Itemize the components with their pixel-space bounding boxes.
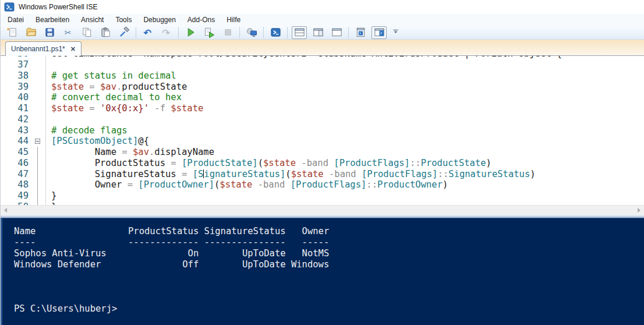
script-tab[interactable]: Unbenannt1.ps1* ✕ (5, 41, 82, 56)
toolbar-overflow-button[interactable] (392, 27, 399, 37)
scroll-right-arrow-icon[interactable] (634, 206, 644, 215)
show-script-pane-top-button[interactable] (292, 26, 307, 39)
open-script-icon (26, 27, 37, 38)
toolbar-separator (287, 27, 288, 38)
code-line[interactable]: 42 (1, 114, 644, 125)
start-powershell-button[interactable] (268, 26, 283, 39)
show-script-pane-top-icon (294, 27, 305, 38)
code-line[interactable]: 43# decode flags (1, 125, 644, 136)
code-text (46, 114, 51, 125)
svg-text:✂: ✂ (64, 28, 71, 37)
open-script-button[interactable] (23, 26, 38, 39)
fold-gutter (33, 114, 46, 125)
overflow-chevron-icon (392, 27, 399, 35)
toolbar: *✂↶↷ (1, 26, 644, 40)
line-number: 45 (1, 147, 33, 158)
menu-item-hilfe[interactable]: Hilfe (221, 14, 246, 26)
code-text: ProductStatus = [ProductState]($state -b… (46, 158, 491, 169)
redo-icon: ↷ (161, 27, 172, 38)
start-powershell-icon (270, 27, 281, 38)
code-line[interactable]: 36Get-CimInstance -Namespace root/Securi… (1, 56, 644, 59)
console-prompt[interactable]: PS C:\Users\huberj> (14, 303, 644, 315)
svg-text:↷: ↷ (162, 27, 170, 38)
undo-button[interactable]: ↶ (140, 26, 155, 39)
menu-item-addons[interactable]: Add-Ons (182, 14, 221, 26)
code-line[interactable]: 40# convert decimal to hex (1, 92, 644, 103)
new-script-icon: * (7, 27, 18, 38)
copy-button[interactable] (79, 26, 94, 39)
console-line: Windows Defender Off UpToDate Windows (14, 259, 644, 270)
scroll-left-arrow-icon[interactable] (1, 206, 10, 215)
script-tab-label: Unbenannt1.ps1* (11, 45, 65, 53)
menu-item-tools[interactable]: Tools (109, 14, 137, 26)
show-script-pane-maximized-icon (331, 27, 342, 38)
paste-button[interactable] (98, 26, 113, 39)
clear-console-button[interactable] (116, 26, 132, 39)
line-number: 44 (1, 136, 33, 147)
code-line[interactable]: 44[PSCustomObject]@{ (1, 136, 644, 147)
code-line[interactable]: 45 Name = $av.displayName (1, 147, 644, 158)
code-line[interactable]: 37 (1, 59, 644, 70)
new-remote-powershell-tab-icon (246, 27, 257, 38)
menu-item-datei[interactable]: Datei (2, 14, 30, 26)
line-number: 43 (1, 125, 33, 136)
code-line[interactable]: 46 ProductStatus = [ProductState]($state… (1, 158, 644, 169)
line-number: 42 (1, 114, 33, 125)
code-text: [PSCustomObject]@{ (46, 136, 149, 147)
code-text: $state = '0x{0:x}' -f $state (46, 103, 203, 114)
console-output: Name ProductStatus SignatureStatus Owner… (14, 226, 644, 303)
console-pane[interactable]: Name ProductStatus SignatureStatus Owner… (1, 218, 644, 325)
editor-horizontal-scrollbar[interactable] (1, 205, 644, 215)
redo-button[interactable]: ↷ (159, 26, 174, 39)
clear-console-icon (119, 27, 130, 38)
console-line (14, 292, 644, 303)
fold-gutter (33, 190, 46, 202)
cut-icon: ✂ (63, 27, 74, 38)
new-script-button[interactable]: * (5, 26, 20, 39)
code-line[interactable]: 38# get status in decimal (1, 70, 644, 82)
fold-gutter (33, 82, 46, 93)
save-icon (44, 27, 55, 38)
menu-item-debuggen[interactable]: Debuggen (137, 14, 181, 26)
menu-item-bearbeiten[interactable]: Bearbeiten (30, 14, 75, 26)
toolbar-separator (348, 27, 349, 38)
show-script-pane-button[interactable] (371, 26, 387, 39)
svg-text:*: * (7, 27, 10, 34)
run-script-button[interactable] (183, 26, 198, 39)
new-remote-powershell-tab-button[interactable] (244, 26, 259, 39)
console-line (14, 281, 644, 292)
show-script-pane-right-icon (313, 27, 324, 38)
code-line[interactable]: 47 SignatureStatus = [SignatureStatus]($… (1, 169, 644, 180)
editor-content: 36Get-CimInstance -Namespace root/Securi… (1, 56, 644, 205)
svg-text:↶: ↶ (143, 27, 151, 38)
code-line[interactable]: 39$state = $av.productState (1, 82, 644, 93)
code-line[interactable]: 48 Owner = [ProductOwner]($state -band [… (1, 179, 644, 190)
stop-button[interactable] (220, 26, 235, 39)
menu-bar: DateiBearbeitenAnsichtToolsDebuggenAdd-O… (1, 14, 644, 26)
fold-collapse-icon[interactable] (33, 136, 46, 147)
undo-icon: ↶ (143, 27, 154, 38)
code-line[interactable]: 49} (1, 190, 644, 202)
line-number: 40 (1, 92, 33, 103)
script-editor[interactable]: 36Get-CimInstance -Namespace root/Securi… (1, 56, 644, 205)
code-line[interactable]: 41$state = '0x{0:x}' -f $state (1, 103, 644, 114)
fold-gutter (33, 59, 46, 70)
fold-gutter (33, 92, 46, 103)
show-script-pane-maximized-button[interactable] (329, 26, 344, 39)
show-command-window-button[interactable] (353, 26, 368, 39)
save-button[interactable] (42, 26, 57, 39)
code-text: Name = $av.displayName (46, 147, 214, 158)
show-script-pane-right-button[interactable] (310, 26, 325, 39)
cut-button[interactable]: ✂ (61, 26, 76, 39)
tab-close-icon[interactable]: ✕ (70, 46, 76, 52)
menu-item-ansicht[interactable]: Ansicht (75, 14, 109, 26)
powershell-ise-window: Windows PowerShell ISE DateiBearbeitenAn… (0, 0, 644, 325)
script-tab-strip: Unbenannt1.ps1* ✕ (1, 40, 644, 56)
run-script-icon (185, 27, 196, 38)
toolbar-separator (263, 27, 264, 38)
copy-icon (82, 27, 93, 38)
console-line: Name ProductStatus SignatureStatus Owner (14, 226, 644, 237)
run-selection-button[interactable] (201, 26, 217, 39)
code-text: $state = $av.productState (46, 82, 187, 93)
line-number: 39 (1, 82, 33, 93)
